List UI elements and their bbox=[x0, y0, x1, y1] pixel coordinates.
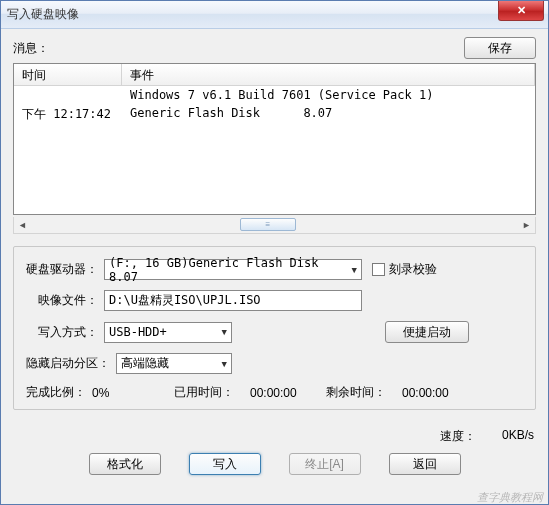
cell-event: Windows 7 v6.1 Build 7601 (Service Pack … bbox=[122, 88, 535, 102]
scroll-thumb[interactable]: ≡ bbox=[240, 218, 296, 231]
speed-label: 速度： bbox=[440, 428, 476, 445]
pct-value: 0% bbox=[92, 386, 168, 400]
image-label: 映像文件： bbox=[26, 292, 104, 309]
save-button[interactable]: 保存 bbox=[464, 37, 536, 59]
verify-checkbox-wrap[interactable]: 刻录校验 bbox=[372, 261, 437, 278]
content-area: 消息： 保存 时间 事件 Windows 7 v6.1 Build 7601 (… bbox=[1, 29, 548, 504]
write-disk-image-window: 写入硬盘映像 ✕ 消息： 保存 时间 事件 Windows 7 v6.1 Bui… bbox=[0, 0, 549, 505]
pct-label: 完成比例： bbox=[26, 384, 86, 401]
drive-label: 硬盘驱动器： bbox=[26, 261, 104, 278]
chevron-down-icon: ▼ bbox=[218, 359, 227, 369]
scroll-right-arrow-icon[interactable]: ► bbox=[518, 217, 535, 233]
scroll-left-arrow-icon[interactable]: ◄ bbox=[14, 217, 31, 233]
remain-label: 剩余时间： bbox=[326, 384, 386, 401]
cell-event: Generic Flash Disk 8.07 bbox=[122, 106, 535, 123]
chevron-down-icon: ▼ bbox=[348, 265, 357, 275]
header-event[interactable]: 事件 bbox=[122, 64, 535, 85]
verify-label: 刻录校验 bbox=[389, 261, 437, 278]
footer-buttons: 格式化 写入 终止[A] 返回 bbox=[13, 449, 536, 477]
back-button[interactable]: 返回 bbox=[389, 453, 461, 475]
scroll-track[interactable]: ≡ bbox=[31, 217, 518, 233]
close-button[interactable]: ✕ bbox=[498, 1, 544, 21]
list-header: 时间 事件 bbox=[14, 64, 535, 86]
hide-partition-value: 高端隐藏 bbox=[121, 355, 169, 372]
remain-value: 00:00:00 bbox=[392, 386, 449, 400]
window-title: 写入硬盘映像 bbox=[7, 6, 79, 23]
progress-status-row: 完成比例： 0% 已用时间： 00:00:00 剩余时间： 00:00:00 bbox=[26, 384, 523, 401]
write-mode-label: 写入方式： bbox=[26, 324, 104, 341]
speed-row: 速度： 0KB/s bbox=[13, 428, 534, 445]
header-time[interactable]: 时间 bbox=[14, 64, 122, 85]
format-button[interactable]: 格式化 bbox=[89, 453, 161, 475]
image-path-input[interactable] bbox=[104, 290, 362, 311]
elapsed-value: 00:00:00 bbox=[240, 386, 320, 400]
speed-value: 0KB/s bbox=[502, 428, 534, 445]
list-row[interactable]: 下午 12:17:42 Generic Flash Disk 8.07 bbox=[14, 104, 535, 125]
write-mode-value: USB-HDD+ bbox=[109, 325, 167, 339]
chevron-down-icon: ▼ bbox=[218, 327, 227, 337]
elapsed-label: 已用时间： bbox=[174, 384, 234, 401]
cell-time: 下午 12:17:42 bbox=[14, 106, 122, 123]
drive-select[interactable]: (F:, 16 GB)Generic Flash Disk 8.07 ▼ bbox=[104, 259, 362, 280]
close-icon: ✕ bbox=[517, 4, 526, 17]
message-list: 时间 事件 Windows 7 v6.1 Build 7601 (Service… bbox=[13, 63, 536, 215]
drive-value: (F:, 16 GB)Generic Flash Disk 8.07 bbox=[109, 256, 348, 284]
hide-partition-select[interactable]: 高端隐藏 ▼ bbox=[116, 353, 232, 374]
abort-button[interactable]: 终止[A] bbox=[289, 453, 361, 475]
options-group: 硬盘驱动器： (F:, 16 GB)Generic Flash Disk 8.0… bbox=[13, 246, 536, 410]
cell-time bbox=[14, 88, 122, 102]
titlebar: 写入硬盘映像 ✕ bbox=[1, 1, 548, 29]
verify-checkbox[interactable] bbox=[372, 263, 385, 276]
list-row[interactable]: Windows 7 v6.1 Build 7601 (Service Pack … bbox=[14, 86, 535, 104]
list-body: Windows 7 v6.1 Build 7601 (Service Pack … bbox=[14, 86, 535, 214]
hide-partition-label: 隐藏启动分区： bbox=[26, 355, 116, 372]
quick-boot-button[interactable]: 便捷启动 bbox=[385, 321, 469, 343]
write-button[interactable]: 写入 bbox=[189, 453, 261, 475]
messages-label: 消息： bbox=[13, 40, 464, 57]
horizontal-scrollbar[interactable]: ◄ ≡ ► bbox=[13, 217, 536, 234]
write-mode-select[interactable]: USB-HDD+ ▼ bbox=[104, 322, 232, 343]
